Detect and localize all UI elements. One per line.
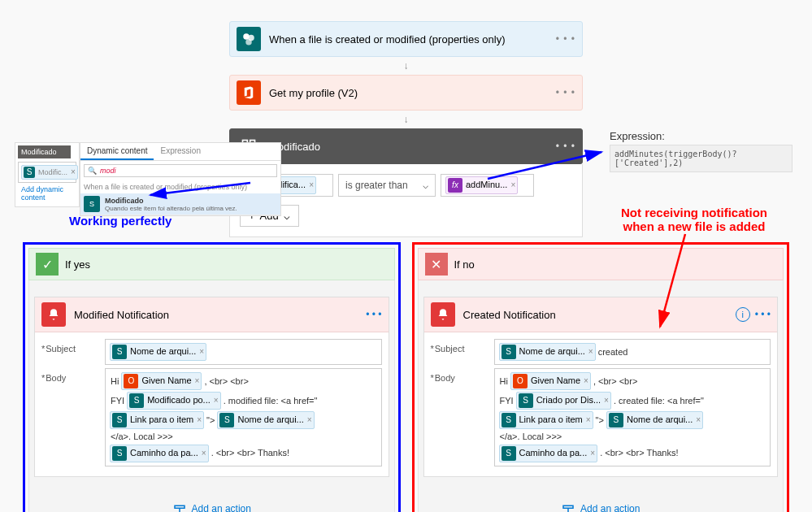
subject-field[interactable]: SNome de arqui...× xyxy=(105,339,382,365)
add-action-icon xyxy=(172,501,187,513)
profile-card[interactable]: Get my profile (V2) • • • xyxy=(229,75,583,111)
chevron-down-icon: ⌵ xyxy=(284,210,290,222)
bell-icon xyxy=(431,302,455,327)
if-no-header: ✕ If no xyxy=(418,248,784,280)
svg-rect-6 xyxy=(175,505,185,508)
more-icon[interactable]: • • • xyxy=(366,309,381,320)
add-action-icon xyxy=(561,501,575,513)
x-icon: ✕ xyxy=(425,253,448,276)
created-notification-card[interactable]: Created Notification i • • • *Subject SN… xyxy=(423,297,779,477)
arrow-down-icon: ↓ xyxy=(229,111,583,128)
if-yes-header: ✓ If yes xyxy=(28,248,395,280)
pill-expression[interactable]: fxaddMinu...× xyxy=(445,176,518,194)
popup-panel: Dynamic content Expression 🔍modi When a … xyxy=(80,142,281,216)
check-icon: ✓ xyxy=(36,253,59,276)
if-yes-branch: ✓ If yes Modified Notification • • • *Su… xyxy=(23,242,401,512)
sharepoint-icon xyxy=(237,27,261,51)
profile-title: Get my profile (V2) xyxy=(269,87,556,99)
add-action-button[interactable]: Add an action xyxy=(34,501,389,513)
annotation-working: Working perfectly xyxy=(69,214,172,228)
condition-right-value[interactable]: fxaddMinu...× xyxy=(441,174,534,197)
popup-search[interactable]: 🔍modi xyxy=(84,164,277,177)
tab-expression[interactable]: Expression xyxy=(154,143,206,160)
condition-operator[interactable]: is greater than ⌵ xyxy=(338,174,436,197)
body-field[interactable]: Hi OGiven Name× , <br> <br> FYI SCriado … xyxy=(494,368,771,466)
tab-dynamic-content[interactable]: Dynamic content xyxy=(80,143,154,160)
more-icon[interactable]: • • • xyxy=(556,33,575,45)
trigger-title: When a file is created or modified (prop… xyxy=(269,33,556,46)
close-icon: × xyxy=(510,180,515,191)
subject-label: *Subject xyxy=(41,339,105,354)
if-no-branch: ✕ If no Created Notification i • • • xyxy=(412,242,790,512)
subject-label: *Subject xyxy=(431,339,494,354)
bell-icon xyxy=(41,302,66,327)
condition-row: SModifica...× is greater than ⌵ fxaddMin… xyxy=(240,174,572,197)
more-icon[interactable]: • • • xyxy=(556,141,575,152)
add-dynamic-content-link[interactable]: Add dynamic content xyxy=(18,183,76,204)
subject-field[interactable]: SNome de arqui...× created xyxy=(494,339,771,365)
more-icon[interactable]: • • • xyxy=(556,87,575,98)
body-label: *Body xyxy=(41,368,105,383)
arrow-down-icon: ↓ xyxy=(229,57,583,75)
popup-item-modificado[interactable]: S ModificadoQuando este item foi alterad… xyxy=(80,193,280,215)
office-icon xyxy=(237,80,261,105)
info-icon[interactable]: i xyxy=(736,307,750,322)
svg-point-2 xyxy=(245,39,252,46)
annotation-not-receiving: Not receiving notificationwhen a new fil… xyxy=(621,206,767,233)
add-action-button[interactable]: Add an action xyxy=(423,501,779,513)
dynamic-content-popup: Modificado SModific...× Add dynamic cont… xyxy=(15,142,281,216)
popup-source-field: Modificado SModific...× Add dynamic cont… xyxy=(15,142,80,207)
body-label: *Body xyxy=(431,368,494,383)
more-icon[interactable]: • • • xyxy=(755,309,771,320)
body-field[interactable]: Hi OGiven Name× , <br> <br> FYI SModific… xyxy=(105,368,382,466)
expression-annotation: Expression: addMinutes(triggerBody()?['C… xyxy=(610,130,792,172)
condition-body: SModifica...× is greater than ⌵ fxaddMin… xyxy=(229,164,583,237)
modified-notification-card[interactable]: Modified Notification • • • *Subject SNo… xyxy=(34,297,389,477)
close-icon: × xyxy=(309,180,314,191)
svg-rect-7 xyxy=(563,505,573,508)
chevron-down-icon: ⌵ xyxy=(423,180,428,191)
condition-title: Modificado xyxy=(269,141,556,153)
trigger-card[interactable]: When a file is created or modified (prop… xyxy=(229,21,583,57)
condition-card[interactable]: Modificado • • • xyxy=(229,128,583,164)
